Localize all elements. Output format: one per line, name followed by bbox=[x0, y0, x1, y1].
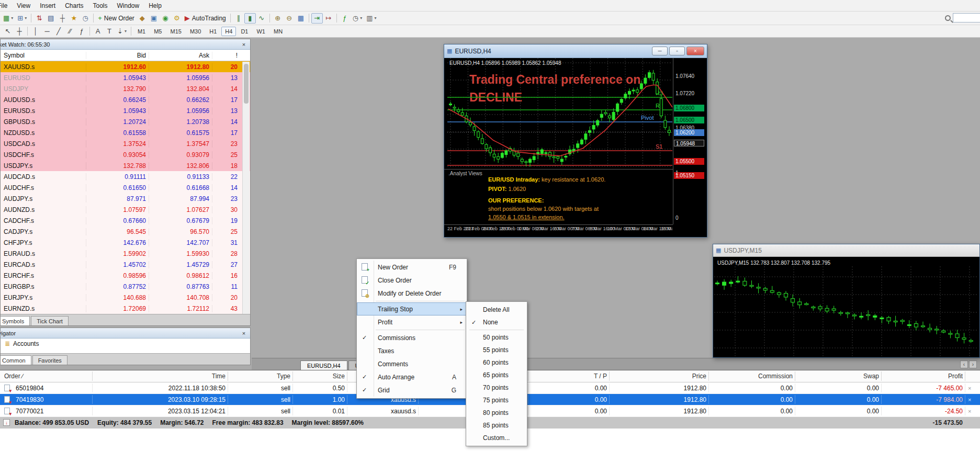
tab-favorites[interactable]: Favorites bbox=[32, 355, 67, 365]
tab-tick-chart[interactable]: Tick Chart bbox=[31, 316, 69, 325]
usdjpy-candle-chart[interactable] bbox=[714, 266, 978, 356]
zoom-in-button[interactable]: ⊕ bbox=[272, 13, 284, 24]
chart-line-button[interactable]: ∿ bbox=[256, 13, 267, 24]
profiles-button[interactable]: ⊞▾ bbox=[15, 13, 29, 24]
market-watch-row[interactable]: AUDCAD.s0.911110.9113322 bbox=[1, 171, 250, 182]
market-watch-row[interactable]: EURGBP.s0.877520.8776311 bbox=[1, 281, 250, 292]
column-header-tp[interactable]: T / P bbox=[528, 370, 607, 382]
column-symbol[interactable]: Symbol bbox=[1, 52, 86, 59]
scrollbar-thumb[interactable] bbox=[244, 64, 249, 104]
menu-item-60-points[interactable]: 60 points bbox=[466, 356, 527, 369]
market-watch-row[interactable]: AUDJPY.s87.97187.99423 bbox=[1, 193, 250, 204]
mql5-community-button[interactable]: ▣ bbox=[148, 13, 160, 24]
market-watch-row[interactable]: EURCAD.s1.457021.4572927 bbox=[1, 259, 250, 270]
menu-item-comments[interactable]: Comments bbox=[357, 357, 467, 370]
market-watch-toggle-button[interactable]: ⇅ bbox=[33, 13, 45, 24]
arrows-button[interactable]: ⇣▾ bbox=[115, 26, 129, 37]
market-watch-row[interactable]: CADJPY.s96.54596.57025 bbox=[1, 226, 250, 237]
delete-order-button[interactable]: × bbox=[968, 382, 971, 394]
column-bid[interactable]: Bid bbox=[86, 52, 149, 59]
market-watch-row[interactable]: XAUUSD.s1912.601912.8020 bbox=[1, 61, 250, 72]
market-watch-row[interactable]: AUDNZD.s1.075971.0762730 bbox=[1, 204, 250, 215]
menu-item-none[interactable]: ✓None bbox=[466, 316, 527, 329]
zoom-out-button[interactable]: ⊖ bbox=[284, 13, 295, 24]
tab-scroll-left-icon[interactable]: ‹ bbox=[960, 360, 968, 368]
strategy-tester-toggle-button[interactable]: ◷ bbox=[80, 13, 91, 24]
menu-item-auto-arrange[interactable]: ✓Auto ArrangeA bbox=[357, 370, 467, 384]
market-watch-row[interactable]: EURNZD.s1.720691.7211243 bbox=[1, 303, 250, 314]
market-watch-row[interactable]: USDCAD.s1.375241.3754723 bbox=[1, 138, 250, 149]
metaeditor-button[interactable]: ◆ bbox=[137, 13, 148, 24]
autotrading-button[interactable]: ▶AutoTrading bbox=[183, 13, 228, 24]
close-icon[interactable]: × bbox=[240, 41, 248, 48]
text-label-button[interactable]: T bbox=[104, 26, 115, 37]
column-header-price[interactable]: Price bbox=[609, 370, 706, 382]
menu-help[interactable]: Help bbox=[144, 1, 166, 11]
delete-order-button[interactable]: × bbox=[968, 394, 971, 405]
new-chart-button[interactable]: ▦▾ bbox=[1, 13, 15, 24]
column-header-type[interactable]: Type bbox=[228, 370, 290, 382]
column-header-profit[interactable]: Profit bbox=[881, 370, 963, 382]
menu-item-85-points[interactable]: 85 points bbox=[466, 419, 527, 432]
templates-button[interactable]: ▥▾ bbox=[364, 13, 378, 24]
tab-scroll-right-icon[interactable]: › bbox=[969, 360, 977, 368]
column-header-size[interactable]: Size bbox=[292, 370, 345, 382]
new-order-button[interactable]: +New Order bbox=[96, 13, 137, 24]
market-watch-row[interactable]: CHFJPY.s142.676142.70731 bbox=[1, 237, 250, 248]
close-button[interactable]: × bbox=[686, 47, 704, 55]
market-button[interactable]: ⚙ bbox=[171, 13, 183, 24]
equidistant-channel-button[interactable]: ∕∕ bbox=[64, 26, 76, 37]
vertical-line-button[interactable]: │ bbox=[30, 26, 41, 37]
column-header-time[interactable]: Time bbox=[92, 370, 226, 382]
indicators-list-button[interactable]: ƒ bbox=[339, 13, 351, 24]
fibonacci-button[interactable]: ƒ bbox=[76, 26, 87, 37]
market-watch-row[interactable]: EURUSD.s1.059431.0595613 bbox=[1, 105, 250, 116]
horizontal-line-button[interactable]: ─ bbox=[41, 26, 53, 37]
menu-item-75-points[interactable]: 75 points bbox=[466, 394, 527, 407]
market-watch-scrollbar[interactable] bbox=[242, 62, 250, 314]
market-watch-row[interactable]: GBPUSD.s1.207241.2073814 bbox=[1, 116, 250, 127]
menu-view[interactable]: View bbox=[12, 1, 35, 11]
data-window-toggle-button[interactable]: ▤ bbox=[45, 13, 57, 24]
menu-item-delete-all[interactable]: Delete All bbox=[466, 303, 527, 316]
signals-button[interactable]: ◉ bbox=[160, 13, 171, 24]
market-watch-row[interactable]: AUDUSD.s0.662450.6626217 bbox=[1, 94, 250, 105]
market-watch-row[interactable]: EURCHF.s0.985960.9861216 bbox=[1, 270, 250, 281]
timeframe-mn[interactable]: MN bbox=[270, 27, 286, 36]
chart-candlesticks-button[interactable]: ▮ bbox=[244, 13, 256, 24]
menu-window[interactable]: Window bbox=[112, 1, 144, 11]
trendline-button[interactable]: ╱ bbox=[53, 26, 64, 37]
timeframe-w1[interactable]: W1 bbox=[253, 27, 269, 36]
menu-item-commissions[interactable]: ✓Commissions bbox=[357, 331, 467, 344]
tile-windows-button[interactable]: ▦ bbox=[295, 13, 307, 24]
search-input[interactable] bbox=[953, 13, 980, 22]
eurusd-candle-chart[interactable]: R3R2PivotS1 bbox=[447, 58, 672, 168]
market-watch-row[interactable]: CADCHF.s0.676600.6767919 bbox=[1, 215, 250, 226]
column-spread[interactable]: ! bbox=[212, 52, 242, 59]
text-button[interactable]: A bbox=[92, 26, 104, 37]
chart-eurusd-titlebar[interactable]: ▦ EURUSD,H4 ─ ▫ × bbox=[444, 44, 707, 58]
market-watch-row[interactable]: NZDUSD.s0.615580.6157517 bbox=[1, 127, 250, 138]
tab-common[interactable]: Common bbox=[1, 355, 31, 365]
menu-item-grid[interactable]: ✓GridG bbox=[357, 384, 467, 397]
timeframe-h1[interactable]: H1 bbox=[206, 27, 220, 36]
menu-tools[interactable]: Tools bbox=[88, 1, 112, 11]
periods-button[interactable]: ◷▾ bbox=[351, 13, 364, 24]
crosshair-button[interactable]: ┼ bbox=[14, 26, 25, 37]
menu-item-70-points[interactable]: 70 points bbox=[466, 381, 527, 394]
column-header-order[interactable]: Order ∕ bbox=[4, 370, 77, 382]
market-watch-row[interactable]: EURAUD.s1.599021.5993028 bbox=[1, 248, 250, 259]
market-watch-row[interactable]: EURUSD1.059431.0595613 bbox=[1, 72, 250, 83]
market-watch-row[interactable]: EURJPY.s140.688140.70820 bbox=[1, 292, 250, 303]
timeframe-m5[interactable]: M5 bbox=[150, 27, 165, 36]
market-watch-row[interactable]: USDJPY.s132.788132.80618 bbox=[1, 160, 250, 171]
menu-item-trailing-stop[interactable]: Trailing Stop▸ bbox=[357, 302, 467, 315]
menu-item-55-points[interactable]: 55 points bbox=[466, 344, 527, 356]
cursor-button[interactable]: ↖ bbox=[2, 26, 14, 37]
timeframe-m15[interactable]: M15 bbox=[166, 27, 185, 36]
timeframe-d1[interactable]: D1 bbox=[237, 27, 252, 36]
terminal-toggle-button[interactable]: ★ bbox=[68, 13, 80, 24]
menu-item-modify-or-delete-order[interactable]: ⚙Modify or Delete Order bbox=[357, 287, 467, 300]
workspace-tab-eurusd-h4[interactable]: EURUSD,H4 bbox=[300, 360, 347, 370]
market-watch-row[interactable]: USDCHF.s0.930540.9307925 bbox=[1, 149, 250, 160]
